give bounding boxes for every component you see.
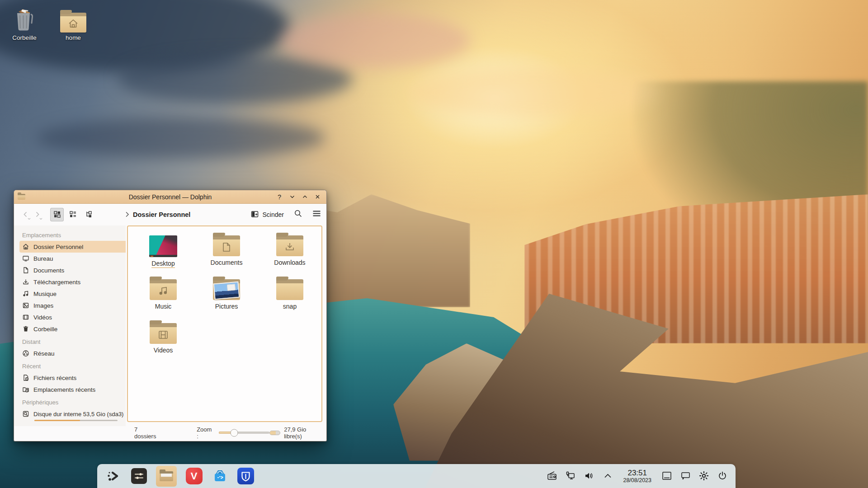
settings-tweaks-button[interactable] — [130, 468, 147, 485]
maximize-button[interactable] — [299, 192, 310, 202]
volume-tray-icon[interactable] — [583, 470, 595, 482]
show-desktop-button[interactable] — [661, 470, 673, 482]
forward-button[interactable] — [31, 208, 43, 221]
places-panel: Emplacements Dossier Personnel Bureau — [14, 225, 126, 426]
sidebar-item-documents[interactable]: Documents — [19, 264, 126, 276]
details-view-button[interactable] — [66, 208, 80, 221]
system-settings-pinwheel-icon[interactable] — [698, 470, 710, 482]
minimize-button[interactable] — [287, 192, 297, 202]
file-desktop[interactable]: Desktop — [132, 234, 195, 277]
sidebar-item-telechargements[interactable]: Téléchargements — [19, 276, 126, 288]
close-button[interactable] — [312, 192, 323, 202]
file-pictures[interactable]: Pictures — [195, 277, 258, 321]
breadcrumb[interactable]: Dossier Personnel — [125, 211, 190, 218]
file-label: Desktop — [151, 260, 175, 268]
sidebar-item-fichiers-recents[interactable]: Fichiers récents — [19, 372, 126, 384]
file-label: Pictures — [215, 303, 238, 310]
bitwarden-button[interactable] — [237, 468, 254, 485]
file-snap[interactable]: snap — [258, 277, 321, 321]
split-label: Scinder — [263, 211, 284, 218]
vivaldi-button[interactable]: V — [185, 468, 203, 485]
section-title: Périphériques — [22, 399, 126, 406]
vivaldi-icon: V — [186, 468, 203, 484]
free-space-bar — [269, 431, 280, 435]
file-label: Documents — [211, 259, 243, 267]
document-icon — [22, 267, 29, 274]
split-view-button[interactable]: Scinder — [251, 211, 284, 218]
sidebar-item-label: Corbeille — [33, 326, 57, 333]
sidebar-item-corbeille[interactable]: Corbeille — [19, 323, 126, 335]
zoom-slider-knob[interactable] — [230, 429, 238, 436]
sidebar-item-label: Fichiers récents — [33, 375, 76, 381]
clock-time: 23:51 — [623, 469, 651, 478]
display-device-tray-icon[interactable] — [565, 470, 576, 482]
sidebar-item-musique[interactable]: Musique — [19, 288, 126, 300]
tray-expand-chevron[interactable] — [602, 470, 613, 482]
view-mode-group — [50, 208, 95, 221]
clock[interactable]: 23:51 28/08/2023 — [620, 469, 654, 484]
file-music[interactable]: Music — [132, 277, 195, 321]
tweaks-icon — [131, 468, 147, 484]
trash-full-icon — [4, 5, 45, 33]
zoom-label: Zoom : — [197, 426, 214, 440]
sidebar-item-reseau[interactable]: Réseau — [19, 347, 126, 359]
app-launcher-button[interactable] — [104, 468, 122, 485]
sidebar-item-bureau[interactable]: Bureau — [19, 253, 126, 264]
window-titlebar[interactable]: Dossier Personnel — Dolphin ? — [14, 190, 326, 204]
downloads-folder-icon — [276, 235, 303, 256]
desktop-icon-home[interactable]: home — [52, 5, 94, 41]
cloud-shape — [36, 117, 326, 158]
sidebar-item-videos[interactable]: Vidéos — [19, 311, 126, 323]
cloud-shape — [407, 68, 660, 117]
notifications-button[interactable] — [679, 470, 691, 482]
dolphin-task-button-active[interactable] — [156, 466, 177, 487]
recent-locations-icon — [22, 386, 29, 393]
section-title: Récent — [22, 363, 126, 370]
file-label: Music — [155, 303, 172, 310]
clock-date: 28/08/2023 — [623, 477, 651, 483]
disk-usage-bar — [34, 420, 118, 421]
bitwarden-icon — [237, 468, 254, 484]
folder-view[interactable]: Desktop Documents — [127, 225, 322, 422]
hamburger-menu-button[interactable] — [312, 210, 321, 219]
file-label: snap — [283, 303, 297, 310]
music-icon — [22, 290, 29, 297]
image-icon — [22, 302, 29, 309]
sidebar-item-dossier-personnel[interactable]: Dossier Personnel — [19, 241, 126, 253]
back-button[interactable] — [19, 208, 31, 221]
sidebar-item-images[interactable]: Images — [19, 300, 126, 311]
radio-tray-icon[interactable] — [546, 470, 558, 482]
photo-preview — [213, 282, 240, 300]
pictures-folder-icon — [213, 279, 240, 300]
sidebar-item-disque-interne[interactable]: Disque dur interne 53,5 Gio (sda3) — [19, 408, 126, 420]
file-documents[interactable]: Documents — [195, 234, 258, 277]
sidebar-item-label: Vidéos — [33, 314, 52, 321]
tree-view-button[interactable] — [82, 208, 95, 221]
discover-icon — [212, 468, 228, 484]
disk-usage-fill — [34, 420, 80, 421]
help-button[interactable]: ? — [274, 192, 285, 202]
file-downloads[interactable]: Downloads — [258, 234, 321, 277]
sidebar-item-label: Réseau — [33, 350, 55, 357]
trash-icon — [22, 325, 29, 333]
file-label: Videos — [154, 347, 173, 354]
discover-button[interactable] — [211, 468, 228, 485]
folder-count: 7 dossiers — [134, 426, 159, 440]
free-space-label: 27,9 Gio libre(s) — [284, 426, 322, 440]
toolbar: Dossier Personnel Scinder — [14, 204, 326, 225]
sidebar-item-label: Bureau — [33, 255, 53, 262]
icons-view-button[interactable] — [50, 208, 64, 221]
launcher-icon — [106, 470, 120, 483]
desktop-icon-trash[interactable]: Corbeille — [4, 5, 45, 41]
zoom-slider[interactable] — [219, 432, 270, 434]
network-icon — [22, 350, 29, 357]
statusbar: 7 dossiers Zoom : 27,9 Gio libre(s) — [14, 426, 326, 441]
power-button[interactable] — [717, 470, 728, 482]
sidebar-item-label: Dossier Personnel — [33, 244, 83, 250]
sidebar-item-emplacements-recents[interactable]: Emplacements récents — [19, 384, 126, 395]
file-videos[interactable]: Videos — [132, 321, 195, 365]
desktop-icon-label: home — [52, 34, 94, 41]
breadcrumb-current[interactable]: Dossier Personnel — [133, 211, 190, 218]
search-button[interactable] — [294, 209, 302, 220]
dolphin-window: Dossier Personnel — Dolphin ? — [14, 190, 327, 441]
